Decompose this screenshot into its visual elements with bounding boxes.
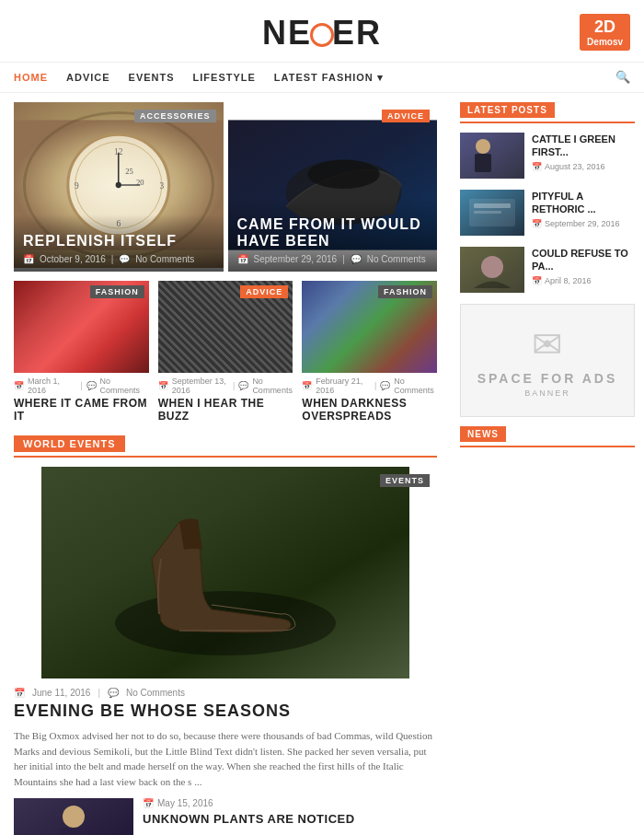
svg-text:3: 3: [159, 181, 164, 191]
ads-banner[interactable]: ✉ SPACE FOR ADS BANNER: [460, 304, 635, 417]
cal-icon-p1: 📅: [532, 162, 542, 171]
hero-comments-right: No Comments: [367, 254, 426, 264]
logo-text-before: NE: [262, 14, 312, 52]
nav-latest-fashion[interactable]: LATEST FASHION ▾: [274, 72, 384, 84]
search-icon[interactable]: 🔍: [615, 70, 630, 85]
svg-text:12: 12: [114, 147, 123, 157]
hero-meta-left: 📅 October 9, 2016 | 💬 No Comments: [23, 254, 214, 264]
site-header: NEER 2D Demosv: [0, 0, 644, 63]
logo-text-after: ER: [332, 14, 382, 52]
small-card-title-3: WHEN DARKNESS OVERSPREADS: [302, 397, 437, 423]
boot-svg: [14, 467, 437, 678]
cal-icon-1: 📅: [14, 381, 24, 390]
svg-point-28: [481, 256, 503, 278]
small-card-1[interactable]: FASHION 📅 March 1, 2016 | 💬 No Comments …: [14, 281, 149, 423]
world-events-badge: EVENTS: [380, 474, 430, 487]
world-events-title: EVENING BE WHOSE SEASONS: [14, 702, 437, 721]
sidebar-post-2[interactable]: PITYFUL A RETHORIC ... 📅 September 29, 2…: [460, 190, 635, 236]
small-card-badge-2: ADVICE: [240, 285, 288, 298]
sidebar-post-info-2: PITYFUL A RETHORIC ... 📅 September 29, 2…: [532, 190, 635, 228]
chevron-down-icon: ▾: [377, 72, 384, 84]
hero-grid: 12 3 6 9 25 20 ACCESSORIES: [14, 102, 437, 272]
svg-point-21: [476, 139, 490, 154]
main-content: 12 3 6 9 25 20 ACCESSORIES: [0, 93, 644, 835]
news-label: NEWS: [460, 426, 506, 442]
post1-svg: [460, 133, 524, 179]
hero-date-right: September 29, 2016: [254, 254, 338, 264]
world-events-meta: 📅 June 11, 2016 | 💬 No Comments: [14, 682, 437, 702]
hero-item-left[interactable]: 12 3 6 9 25 20 ACCESSORIES: [14, 102, 224, 272]
nav-events[interactable]: EVENTS: [129, 72, 175, 83]
small-card-badge-3: FASHION: [378, 285, 432, 298]
sidebar-post-title-1: CATTLE I GREEN FIRST...: [532, 133, 635, 159]
ads-sub: BANNER: [470, 389, 625, 398]
small-article-title: UNKNOWN PLANTS ARE NOTICED: [143, 812, 437, 826]
demo-label: Demosv: [587, 37, 623, 47]
world-events-image: [14, 467, 437, 682]
hero-title-left: REPLENISH ITSELF: [23, 233, 214, 249]
svg-text:20: 20: [136, 178, 144, 187]
small-card-3[interactable]: FASHION 📅 February 21, 2016 | 💬 No Comme…: [302, 281, 437, 423]
latest-posts-header: LATEST POSTS: [460, 102, 635, 123]
sidebar-post-info-3: COULD REFUSE TO PA... 📅 April 8, 2016: [532, 247, 635, 285]
sidebar-post-image-1: [460, 133, 524, 179]
sidebar-post-title-3: COULD REFUSE TO PA...: [532, 247, 635, 273]
sidebar-post-title-2: PITYFUL A RETHORIC ...: [532, 190, 635, 216]
post2-svg: [460, 190, 524, 236]
demo-number: 2D: [587, 17, 623, 37]
calendar-icon-right: 📅: [237, 254, 248, 264]
sidebar-post-date-2: 📅 September 29, 2016: [532, 219, 635, 228]
hero-badge-right: ADVICE: [382, 110, 430, 122]
small-card-2[interactable]: ADVICE 📅 September 13, 2016 | 💬 No Comme…: [158, 281, 293, 423]
small-card-meta-2: 📅 September 13, 2016 | 💬 No Comments: [158, 373, 293, 397]
envelope-icon: ✉: [470, 323, 625, 366]
msg-icon-3: 💬: [380, 381, 390, 390]
small-article[interactable]: 📅 May 15, 2016 UNKNOWN PLANTS ARE NOTICE…: [14, 798, 437, 835]
svg-rect-26: [474, 211, 501, 214]
small-article-meta: 📅 May 15, 2016: [143, 798, 437, 808]
small-cards-row: FASHION 📅 March 1, 2016 | 💬 No Comments …: [14, 281, 437, 423]
svg-point-14: [307, 160, 379, 189]
svg-rect-25: [474, 203, 511, 208]
sidebar-post-image-3: [460, 247, 524, 293]
cal-icon-3: 📅: [302, 381, 312, 390]
sidebar-post-date-3: 📅 April 8, 2016: [532, 276, 635, 285]
world-events-card[interactable]: EVENTS 📅 June 11, 2016 | 💬 No Comments E…: [14, 467, 437, 789]
nav-lifestyle[interactable]: LIFESTYLE: [193, 72, 256, 83]
sidebar-post-info-1: CATTLE I GREEN FIRST... 📅 August 23, 201…: [532, 133, 635, 171]
small-card-title-2: WHEN I HEAR THE BUZZ: [158, 397, 293, 423]
svg-rect-22: [475, 154, 491, 172]
ads-text: SPACE FOR ADS: [470, 371, 625, 386]
small-card-badge-1: FASHION: [90, 285, 144, 298]
calendar-icon-left: 📅: [23, 254, 34, 264]
small-article-info: 📅 May 15, 2016 UNKNOWN PLANTS ARE NOTICE…: [143, 798, 437, 826]
msg-icon-we: 💬: [108, 688, 119, 698]
sidebar-post-image-2: [460, 190, 524, 236]
hero-item-right[interactable]: ADVICE CAME FROM IT WOULD HAVE BEEN 📅 Se…: [228, 102, 438, 272]
small-card-meta-1: 📅 March 1, 2016 | 💬 No Comments: [14, 373, 149, 397]
hero-badge-left: ACCESSORIES: [134, 110, 216, 122]
hero-meta-right: 📅 September 29, 2016 | 💬 No Comments: [237, 254, 429, 264]
svg-text:25: 25: [125, 167, 133, 176]
news-header: NEWS: [460, 426, 635, 447]
logo-o-letter: [310, 23, 334, 47]
hero-overlay-right: CAME FROM IT WOULD HAVE BEEN 📅 September…: [228, 198, 438, 272]
site-logo[interactable]: NEER: [0, 14, 644, 52]
sidebar-post-3[interactable]: COULD REFUSE TO PA... 📅 April 8, 2016: [460, 247, 635, 293]
world-events-text: The Big Oxmox advised her not to do so, …: [14, 728, 437, 789]
man-svg: [14, 798, 133, 835]
svg-text:9: 9: [75, 181, 79, 191]
hero-title-right: CAME FROM IT WOULD HAVE BEEN: [237, 216, 429, 249]
left-column: 12 3 6 9 25 20 ACCESSORIES: [0, 102, 451, 835]
nav-home[interactable]: HOME: [14, 72, 48, 83]
right-sidebar: LATEST POSTS: [451, 102, 644, 835]
demo-badge[interactable]: 2D Demosv: [580, 14, 630, 51]
msg-icon-2: 💬: [238, 381, 248, 390]
cal-icon-p3: 📅: [532, 276, 542, 285]
svg-rect-20: [460, 133, 524, 179]
nav-advice[interactable]: ADVICE: [66, 72, 110, 83]
hero-overlay-left: REPLENISH ITSELF 📅 October 9, 2016 | 💬 N…: [14, 215, 224, 272]
sidebar-post-1[interactable]: CATTLE I GREEN FIRST... 📅 August 23, 201…: [460, 133, 635, 179]
hero-comments-left: No Comments: [135, 254, 194, 264]
svg-point-18: [63, 806, 85, 828]
